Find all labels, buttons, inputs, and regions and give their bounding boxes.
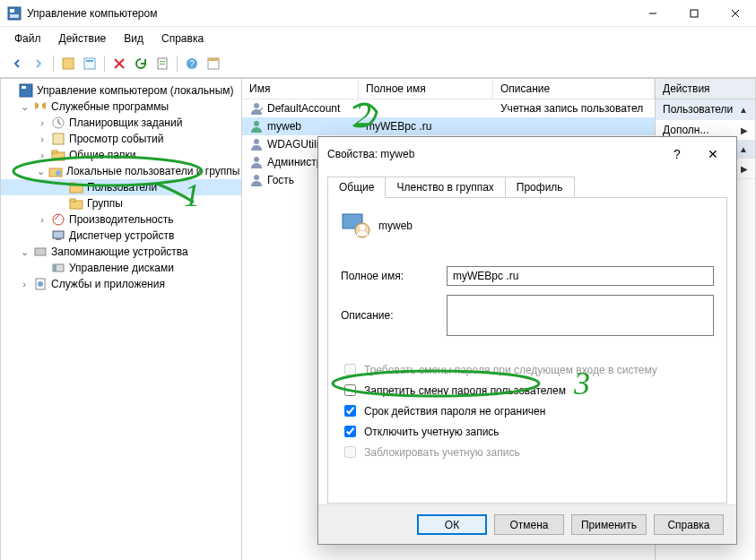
fullname-label: Полное имя: <box>341 270 439 282</box>
tree-system-tools[interactable]: ⌄Служебные программы <box>1 99 241 115</box>
app-icon <box>7 6 22 21</box>
svg-rect-5 <box>84 58 95 69</box>
tree-root[interactable]: Управление компьютером (локальным) <box>1 82 241 99</box>
svg-point-37 <box>254 157 259 162</box>
user-large-icon <box>341 211 371 241</box>
menu-view[interactable]: Вид <box>117 30 151 47</box>
checkbox-locked <box>344 446 356 458</box>
checkbox-disabled-row[interactable]: Отключить учетную запись <box>341 423 714 440</box>
user-icon <box>249 137 264 151</box>
checkbox-mustchange <box>344 364 356 375</box>
tab-general[interactable]: Общие <box>327 177 386 198</box>
column-fullname[interactable]: Полное имя <box>359 79 493 99</box>
svg-rect-27 <box>53 231 64 238</box>
tab-membership[interactable]: Членство в группах <box>385 177 505 198</box>
svg-point-35 <box>254 121 259 126</box>
checkbox-cannotchange[interactable] <box>344 384 356 396</box>
svg-rect-31 <box>53 264 56 271</box>
svg-point-41 <box>360 225 365 230</box>
tree-services-apps[interactable]: ›Службы и приложения <box>1 276 241 292</box>
tab-profile[interactable]: Профиль <box>505 177 575 198</box>
help-button[interactable]: Справка <box>654 514 724 535</box>
svg-rect-8 <box>160 61 165 62</box>
tree-users[interactable]: Пользователи <box>1 179 241 195</box>
tab-body-general: myweb Полное имя: Описание: Требовать см… <box>327 197 727 504</box>
svg-rect-19 <box>52 151 57 153</box>
maximize-button[interactable] <box>673 0 715 27</box>
tree-device-manager[interactable]: Диспетчер устройств <box>1 228 241 244</box>
refresh-icon[interactable] <box>131 54 151 73</box>
column-description[interactable]: Описание <box>493 79 655 99</box>
help-icon[interactable]: ? <box>182 54 202 73</box>
svg-point-38 <box>254 175 259 180</box>
checkbox-neverexpire[interactable] <box>344 405 356 417</box>
tree-disk-mgmt[interactable]: Управление дисками <box>1 260 241 276</box>
back-button[interactable] <box>7 54 27 73</box>
tree-groups[interactable]: Группы <box>1 195 241 211</box>
tree-performance[interactable]: ›Производительность <box>1 211 241 228</box>
chevron-right-icon: ▶ <box>741 164 748 174</box>
window-titlebar: Управление компьютером <box>0 0 756 27</box>
column-name[interactable]: Имя <box>242 79 359 99</box>
delete-icon[interactable] <box>109 54 129 73</box>
checkbox-disabled[interactable] <box>344 426 356 437</box>
toolbar-icon-last[interactable] <box>204 54 223 73</box>
properties-dialog: Свойства: myweb ? ✕ Общие Членство в гру… <box>317 136 737 545</box>
window-title: Управление компьютером <box>27 7 632 20</box>
username-label: myweb <box>378 220 413 232</box>
tree-shared-folders[interactable]: ›Общие папки <box>1 147 241 163</box>
svg-rect-2 <box>10 14 19 18</box>
svg-rect-9 <box>160 64 165 65</box>
user-icon <box>249 101 264 116</box>
apply-button[interactable]: Применить <box>571 514 647 535</box>
menu-action[interactable]: Действие <box>52 30 114 47</box>
tree-local-users[interactable]: ⌄Локальные пользователи и группы <box>1 163 241 179</box>
menu-bar: Файл Действие Вид Справка <box>0 27 756 50</box>
checkbox-cannotchange-row[interactable]: Запретить смену пароля пользователем <box>341 382 714 399</box>
dialog-title: Свойства: myweb <box>327 148 656 160</box>
minimize-button[interactable] <box>632 0 673 27</box>
svg-point-34 <box>254 103 259 108</box>
svg-rect-6 <box>86 60 93 62</box>
forward-button[interactable] <box>29 54 48 73</box>
svg-point-33 <box>38 281 43 287</box>
svg-rect-28 <box>56 238 61 240</box>
close-button[interactable] <box>715 0 756 27</box>
svg-rect-13 <box>208 58 219 61</box>
menu-file[interactable]: Файл <box>7 30 48 47</box>
tree-event-viewer[interactable]: ›Просмотр событий <box>1 131 241 147</box>
toolbar-icon-1[interactable] <box>58 54 78 73</box>
svg-rect-15 <box>22 86 26 89</box>
chevron-right-icon: ▶ <box>741 125 748 135</box>
svg-rect-17 <box>53 134 64 144</box>
fullname-input[interactable] <box>447 266 714 286</box>
cancel-button[interactable]: Отмена <box>494 514 564 535</box>
svg-rect-1 <box>10 9 14 13</box>
dialog-titlebar: Свойства: myweb ? ✕ <box>318 137 736 171</box>
properties-icon[interactable] <box>152 54 172 73</box>
list-row[interactable]: myweb myWEBpc .ru <box>242 117 655 135</box>
menu-help[interactable]: Справка <box>154 30 211 47</box>
tree-task-scheduler[interactable]: ›Планировщик заданий <box>1 115 241 131</box>
svg-rect-25 <box>70 199 75 202</box>
close-button[interactable]: ✕ <box>699 144 727 164</box>
tree-pane: Управление компьютером (локальным) ⌄Служ… <box>0 78 242 560</box>
collapse-icon: ▲ <box>739 144 748 154</box>
svg-text:?: ? <box>189 59 195 69</box>
svg-rect-29 <box>35 248 46 255</box>
checkbox-neverexpire-row[interactable]: Срок действия пароля не ограничен <box>341 402 714 419</box>
svg-point-21 <box>56 170 61 176</box>
list-row[interactable]: DefaultAccount Учетная запись пользовате… <box>242 99 655 117</box>
tabs: Общие Членство в группах Профиль <box>318 177 736 198</box>
actions-section-users[interactable]: Пользователи▲ <box>656 99 755 120</box>
user-icon <box>249 155 264 169</box>
user-icon <box>249 173 264 187</box>
svg-rect-3 <box>691 10 698 17</box>
ok-button[interactable]: ОК <box>417 514 487 535</box>
svg-point-36 <box>254 139 259 144</box>
help-button[interactable]: ? <box>663 144 691 164</box>
toolbar-icon-2[interactable] <box>80 54 100 73</box>
tree-storage[interactable]: ⌄Запоминающие устройства <box>1 244 241 260</box>
user-icon <box>249 119 264 134</box>
description-input[interactable] <box>447 295 714 336</box>
